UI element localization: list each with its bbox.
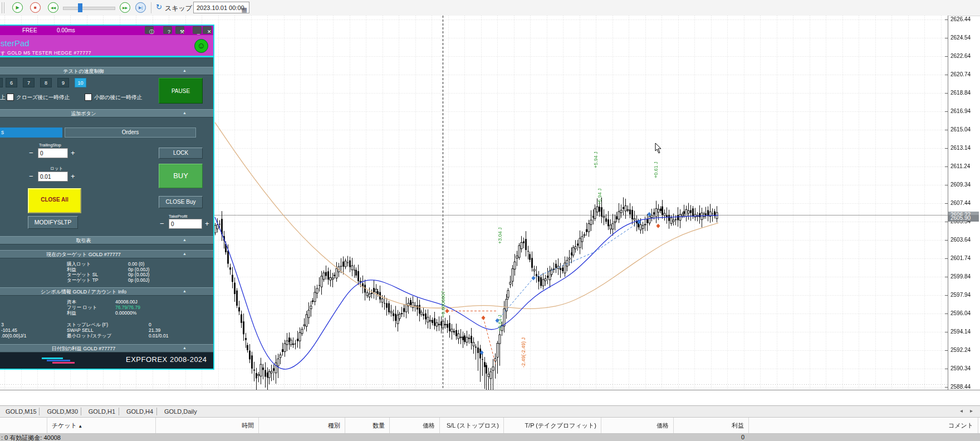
- table-header-checkbox[interactable]: [0, 418, 47, 433]
- step-forward-icon: ▶|: [139, 6, 143, 10]
- price-tick: [945, 75, 948, 75]
- collapse-icon[interactable]: ▲: [183, 252, 187, 256]
- tools-icon: ⚒: [180, 28, 184, 36]
- collapse-icon[interactable]: ▲: [183, 238, 187, 242]
- pause-button[interactable]: PAUSE: [159, 78, 203, 104]
- price-label: 2616.94: [950, 108, 971, 114]
- price-axis-line: [948, 16, 948, 390]
- info-button[interactable]: ⓘ: [145, 26, 154, 34]
- minimize-button[interactable]: _: [193, 26, 202, 34]
- price-label: 2597.94: [950, 292, 971, 298]
- speed-button-8[interactable]: 8: [40, 78, 52, 87]
- stop-button[interactable]: ■: [30, 2, 41, 13]
- speed-button-9[interactable]: 9: [57, 78, 69, 87]
- collapse-icon[interactable]: ▲: [183, 68, 187, 72]
- trade-profit-annotation: +3.04 J: [497, 227, 503, 244]
- logo-bar-blue: [47, 360, 70, 361]
- latency-label: 0.00ms: [57, 27, 75, 33]
- close-buy-button[interactable]: CLOSE Buy: [159, 196, 203, 208]
- modify-sltp-button[interactable]: MODIFYSLTP: [28, 216, 78, 229]
- pause-after-close-checkbox[interactable]: [7, 94, 14, 101]
- settings-button[interactable]: ⚒: [175, 26, 184, 34]
- trade-profit-annotation: +0.0000007: [440, 291, 446, 317]
- speed-button-7[interactable]: 7: [23, 78, 35, 87]
- lot-input[interactable]: 0.01: [38, 171, 68, 182]
- takeprofit-plus-button[interactable]: +: [205, 219, 209, 228]
- orders-tab[interactable]: Orders: [65, 128, 196, 138]
- test-date-select[interactable]: 2023.10.01 00:00 ▦: [193, 2, 249, 13]
- price-label: 2624.54: [950, 35, 971, 41]
- tabs-scroll-left-icon[interactable]: ◂: [960, 408, 963, 414]
- speed-button-10[interactable]: 10: [75, 78, 86, 87]
- collapse-icon[interactable]: ▲: [183, 289, 187, 293]
- lock-button[interactable]: LOCK: [159, 148, 203, 159]
- rewind-icon: ◀◀: [51, 6, 56, 9]
- trailingstop-label: TrailingStop: [39, 143, 61, 148]
- section-speed-header[interactable]: テストの速度制御 ▲: [0, 67, 213, 75]
- lot-plus-button[interactable]: +: [71, 172, 75, 180]
- collapse-icon[interactable]: ▲: [183, 346, 187, 350]
- trailing-plus-button[interactable]: +: [71, 149, 75, 157]
- ea-panel: FREE 0.00ms ⓘ ? ⚒ _ ✕ sterPad す GOLD M5 …: [0, 24, 214, 370]
- lot-minus-button[interactable]: −: [29, 172, 33, 180]
- speed-button-cut[interactable]: [0, 78, 3, 87]
- time-axis-strip: [0, 390, 980, 405]
- section-trades-header[interactable]: 取引表 ▲: [0, 236, 213, 244]
- close-all-button[interactable]: CLOSE All: [28, 188, 81, 213]
- section-target-header[interactable]: 現在のターゲット GOLD #77777 ▲: [0, 250, 213, 258]
- table-header-種別[interactable]: 種別: [259, 418, 345, 433]
- table-header-S/L (ストップロス)[interactable]: S/L (ストップロス): [440, 418, 504, 433]
- toolbar-grip[interactable]: [2, 2, 4, 13]
- pause-after-bar-checkbox[interactable]: [85, 94, 92, 101]
- tabs-scroll-right-icon[interactable]: ▸: [970, 408, 973, 414]
- lot-label: ロット: [50, 166, 63, 171]
- help-button[interactable]: ?: [163, 26, 172, 34]
- skip-button[interactable]: スキップ: [165, 4, 192, 13]
- target-row-label: ターゲット TP: [67, 277, 99, 284]
- chart-tab-goldh4[interactable]: GOLD,H4: [124, 406, 155, 417]
- positions-tab[interactable]: s: [0, 128, 62, 138]
- price-tick: [945, 185, 948, 185]
- trailingstop-input[interactable]: 0: [38, 148, 68, 158]
- symbol-row-left-value: -101.45: [1, 327, 17, 333]
- chart-tab-goldm30[interactable]: GOLD,M30: [45, 406, 80, 417]
- symbol-row-value: 21.39: [149, 327, 160, 333]
- price-tick: [945, 111, 948, 112]
- price-tick: [945, 38, 948, 38]
- rewind-button[interactable]: ◀◀: [48, 2, 58, 13]
- table-header-価格[interactable]: 価格: [601, 418, 674, 433]
- section-extra-header[interactable]: 追加ボタン ▲: [0, 109, 213, 117]
- section-daily-header[interactable]: 日付別の利益 GOLD #77777 ▲: [0, 344, 213, 352]
- chart-tab-golddaily[interactable]: GOLD,Daily: [162, 406, 199, 417]
- buy-button[interactable]: BUY: [159, 164, 203, 188]
- takeprofit-input[interactable]: 0: [169, 219, 202, 229]
- table-header-利益[interactable]: 利益: [674, 418, 749, 433]
- table-header-チケット[interactable]: チケット ▲: [47, 418, 156, 433]
- speed-slider-track[interactable]: [63, 7, 115, 10]
- trade-profit-annotation: -2.49(-2.49) J: [521, 337, 526, 367]
- close-button[interactable]: ✕: [203, 26, 212, 34]
- takeprofit-minus-button[interactable]: −: [160, 219, 164, 228]
- chart-tab-goldh1[interactable]: GOLD,H1: [86, 406, 117, 417]
- trailing-minus-button[interactable]: −: [29, 149, 33, 157]
- table-header-価格[interactable]: 価格: [390, 418, 440, 433]
- step-forward-button[interactable]: ▶|: [135, 2, 146, 13]
- table-header-コメント[interactable]: コメント: [749, 418, 978, 433]
- play-button[interactable]: ▶: [12, 2, 23, 13]
- symbol-row-label: 最小ロット/ステップ: [67, 333, 111, 340]
- price-label: 2596.04: [950, 310, 971, 316]
- license-label: FREE: [22, 27, 37, 33]
- ea-titlebar[interactable]: FREE 0.00ms ⓘ ? ⚒ _ ✕: [0, 26, 213, 35]
- price-label: 2601.74: [950, 255, 971, 261]
- speed-button-6[interactable]: 6: [6, 78, 17, 87]
- table-header-T/P (テイクプロフィット)[interactable]: T/P (テイクプロフィット): [504, 418, 601, 433]
- section-symbol-header[interactable]: シンボル情報 GOLD / アカウント Info ▲: [0, 287, 213, 296]
- collapse-icon[interactable]: ▲: [183, 111, 187, 115]
- chart-tab-goldm15[interactable]: GOLD,M15: [3, 406, 39, 417]
- logo-bar-pink: [52, 362, 75, 364]
- price-label: 2590.34: [950, 365, 971, 371]
- table-header-時間[interactable]: 時間: [156, 418, 259, 433]
- speed-slider-handle[interactable]: [78, 3, 82, 12]
- fast-forward-button[interactable]: ▶▶: [120, 2, 130, 13]
- table-header-数量[interactable]: 数量: [345, 418, 390, 433]
